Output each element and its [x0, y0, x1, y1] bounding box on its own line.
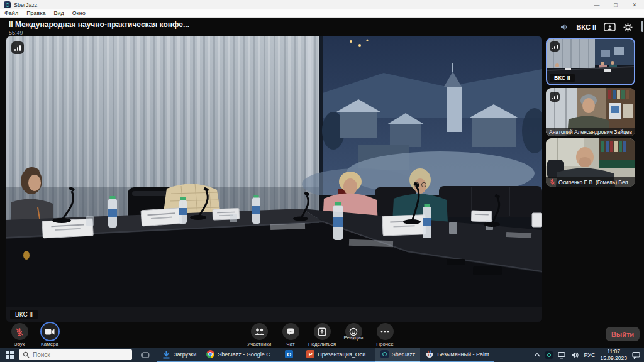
task-view-icon — [141, 351, 150, 359]
chat-icon — [286, 327, 295, 336]
windows-logo-icon — [6, 351, 14, 359]
connection-quality-icon — [550, 92, 560, 102]
language-indicator[interactable]: РУС — [584, 352, 595, 358]
sberjazz-window: SberJazz — □ ✕ Файл Правка Вид Окно II М… — [0, 0, 644, 362]
menu-bar: Файл Правка Вид Окно — [0, 9, 644, 18]
participant-tile-vks[interactable]: ВКС II — [546, 38, 635, 85]
volume-icon[interactable] — [571, 351, 579, 359]
connection-quality-icon — [550, 41, 560, 52]
camera-button[interactable]: Камера — [36, 323, 63, 347]
menu-window[interactable]: Окно — [72, 10, 86, 16]
chat-button[interactable]: Чат — [277, 323, 304, 347]
start-button[interactable] — [0, 348, 19, 362]
camera-icon — [45, 328, 55, 336]
sberjazz-icon — [380, 350, 389, 358]
maximize-icon[interactable]: □ — [606, 0, 625, 9]
more-button[interactable]: Прочее — [372, 323, 398, 347]
sidebar-collapse-handle[interactable] — [641, 21, 643, 32]
notifications-icon[interactable] — [632, 351, 640, 359]
taskbar-app-paint[interactable]: Безымянный - Paint — [420, 348, 494, 362]
speaker-icon — [560, 23, 569, 31]
conference-room-scene — [6, 36, 542, 322]
participant-name: Осипенко Е.В. (Гомель) Бел... — [558, 179, 632, 185]
taskbar-clock[interactable]: 11:07 15.09.2023 — [600, 348, 627, 361]
windows-taskbar: Загрузки SberJazz - Google C... O P През… — [0, 348, 644, 362]
layout-view-icon[interactable] — [604, 23, 616, 31]
menu-edit[interactable]: Правка — [26, 10, 45, 16]
participants-icon — [254, 327, 265, 336]
connection-quality-icon — [11, 41, 24, 54]
reactions-button[interactable]: Реакции — [340, 323, 367, 347]
muted-mic-icon — [549, 178, 556, 185]
close-icon[interactable]: ✕ — [625, 0, 644, 9]
window-title: SberJazz — [14, 2, 38, 8]
downloads-icon — [162, 350, 170, 359]
leave-button[interactable]: Выйти — [606, 327, 640, 341]
participant-tile-zaytsev[interactable]: Анатолий Александрович Зайцев — [546, 88, 635, 136]
conference-title: II Международная научно-практическая кон… — [9, 20, 189, 29]
participant-tile-osipenko[interactable]: Осипенко Е.В. (Гомель) Бел... — [546, 138, 635, 187]
taskbar-app-chrome[interactable]: SberJazz - Google C... — [201, 348, 280, 362]
settings-gear-icon[interactable] — [623, 23, 633, 32]
outlook-icon: O — [285, 350, 293, 358]
menu-file[interactable]: Файл — [4, 10, 18, 16]
main-video-label: ВКС II — [10, 310, 38, 319]
taskbar-app-powerpoint[interactable]: P Презентация_Оси... — [301, 348, 375, 362]
search-icon — [23, 351, 30, 358]
participants-button[interactable]: Участники — [246, 323, 272, 347]
taskbar-app-outlook[interactable]: O — [280, 348, 301, 362]
meeting-header: II Международная научно-практическая кон… — [0, 18, 644, 36]
chrome-icon — [206, 350, 214, 358]
share-screen-button[interactable]: Поделиться — [309, 323, 335, 347]
muted-mic-icon — [15, 327, 24, 336]
participant-name: ВКС II — [550, 74, 575, 82]
participant-name: Анатолий Александрович Зайцев — [549, 129, 632, 135]
share-screen-icon — [318, 327, 326, 336]
search-input[interactable] — [33, 351, 121, 358]
menu-view[interactable]: Вид — [54, 10, 64, 16]
powerpoint-icon: P — [306, 350, 314, 358]
sberjazz-app-icon — [4, 1, 11, 8]
sberjazz-tray-icon[interactable] — [545, 351, 553, 359]
taskbar-app-sberjazz[interactable]: SberJazz — [375, 348, 421, 362]
room-name: ВКС II — [576, 23, 596, 31]
main-video-tile: ВКС II — [6, 36, 542, 322]
network-icon[interactable] — [558, 351, 566, 359]
minimize-icon[interactable]: — — [587, 0, 606, 9]
paint-icon — [425, 350, 434, 358]
elapsed-timer: 55:49 — [9, 30, 23, 36]
mic-button[interactable]: Звук — [6, 323, 33, 347]
task-view-button[interactable] — [137, 348, 153, 362]
title-bar: SberJazz — □ ✕ — [0, 0, 644, 9]
taskbar-app-downloads[interactable]: Загрузки — [157, 348, 201, 362]
call-toolbar: Звук Камера — [0, 322, 644, 348]
more-dots-icon — [380, 331, 389, 333]
taskbar-search[interactable] — [19, 349, 132, 360]
tray-chevron-icon[interactable] — [534, 353, 540, 357]
